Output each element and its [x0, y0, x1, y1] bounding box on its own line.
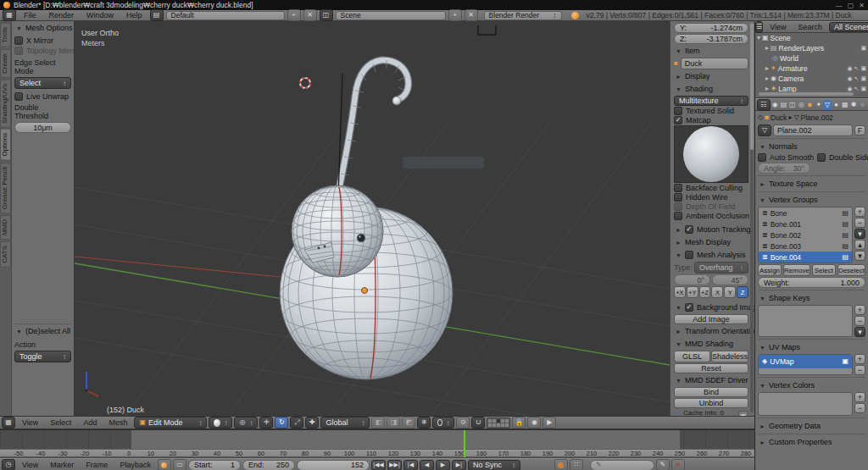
expander-icon[interactable] [16, 24, 22, 32]
menu-mesh[interactable]: Mesh [103, 418, 132, 427]
render-engine-select[interactable]: Blender Render↕ [484, 11, 562, 20]
lock-icon[interactable]: ▤ [842, 232, 849, 239]
vertex-groups-panel-header[interactable]: Vertex Groups [758, 194, 865, 206]
double-sided-checkbox[interactable]: Double Sided [817, 153, 868, 162]
vertex-group-row[interactable]: ≣Bone▤ [759, 207, 852, 218]
datablock-name-field[interactable]: Plane.002 [773, 124, 853, 136]
mesh-display-panel-header[interactable]: Mesh Display [674, 236, 748, 248]
mesh-options-panel-header[interactable]: Mesh Options [14, 22, 71, 34]
textured-solid-checkbox[interactable]: Textured Solid [674, 107, 748, 115]
layer-dot[interactable] [488, 419, 492, 423]
remove-shape-key-button[interactable]: − [854, 316, 865, 326]
transform-y-slider[interactable]: Y:-1.274cm [674, 23, 748, 33]
geometry-data-panel-header[interactable]: Geometry Data [758, 420, 865, 432]
lock-icon[interactable]: ▤ [842, 254, 849, 261]
layer-dot[interactable] [501, 423, 504, 427]
expander-icon[interactable] [676, 303, 682, 312]
tab-scene[interactable]: ◫ [788, 100, 796, 110]
mode-dropdown[interactable]: ▣Edit Mode [134, 417, 207, 429]
axis-plus-y-button[interactable]: +Y [687, 286, 698, 298]
editor-type-selector[interactable]: ◷ [2, 459, 15, 470]
vertex-group-row[interactable]: ≣Bone.001▤ [759, 218, 852, 229]
backface-culling-checkbox[interactable]: Backface Culling [674, 184, 748, 192]
expander-icon[interactable] [676, 72, 682, 80]
expander-icon[interactable]: ▸ [765, 75, 769, 82]
expander-icon[interactable] [676, 340, 682, 348]
remove-vertex-color-button[interactable]: − [854, 403, 865, 413]
outliner-row-world[interactable]: ◎ World [755, 53, 868, 64]
x-mirror-checkbox[interactable]: X Mirror [14, 36, 71, 45]
axis-plus-z-button[interactable]: +Z [699, 286, 711, 298]
mmd-shading-panel-header[interactable]: MMD Shading [674, 338, 748, 350]
move-group-down-button[interactable]: ▾ [854, 251, 865, 261]
eye-icon[interactable]: ◉ [847, 86, 852, 92]
shape-key-specials-menu[interactable]: ▾ [854, 327, 865, 337]
shadeless-button[interactable]: Shadeless [711, 351, 748, 362]
expander-icon[interactable] [676, 376, 682, 384]
mesh-analysis-panel-header[interactable]: Mesh Analysis [674, 249, 748, 261]
snap-target-icon[interactable]: ⊙ [456, 417, 470, 429]
tab-object-data[interactable]: ▽ [823, 100, 831, 110]
insert-keyframe-button[interactable]: ✎ [656, 459, 670, 470]
timeline-body[interactable] [0, 430, 754, 449]
breadcrumb-object[interactable]: Duck [771, 113, 787, 122]
frame-end-field[interactable]: End:250 [242, 460, 295, 470]
deselect-all-panel-header[interactable]: (De)select All [14, 325, 71, 337]
prev-keyframe-button[interactable]: |◀ [403, 460, 418, 470]
scene-field[interactable]: Scene [336, 11, 446, 20]
expander-icon[interactable]: ▸ [765, 45, 769, 52]
motion-tracking-panel-header[interactable]: Motion Tracking [674, 224, 748, 235]
transform-orientation-dropdown[interactable]: Global [320, 417, 370, 429]
matcap-checkbox[interactable]: Matcap [674, 116, 748, 124]
custom-properties-panel-header[interactable]: Custom Properties [758, 436, 865, 448]
background-images-panel-header[interactable]: Background Images [674, 301, 748, 313]
vertex-group-row[interactable]: ≣Bone.003▤ [759, 241, 852, 252]
add-image-button[interactable]: Add Image [674, 314, 748, 324]
glsl-button[interactable]: GLSL [674, 351, 710, 362]
next-keyframe-button[interactable]: ▶| [452, 460, 466, 470]
tab-options[interactable]: Options [0, 129, 11, 161]
menu-file[interactable]: File [19, 11, 42, 19]
topology-mirror-checkbox[interactable]: Topology Mirror [14, 47, 71, 55]
expander-icon[interactable] [760, 142, 765, 151]
menu-playback[interactable]: Playback [114, 461, 156, 469]
layers-widget[interactable] [487, 417, 510, 429]
outliner-hscrollbar[interactable] [759, 92, 854, 96]
add-scene-button[interactable]: + [448, 9, 462, 21]
reset-button[interactable]: Reset [674, 363, 748, 373]
vertex-colors-panel-header[interactable]: Vertex Colors [758, 379, 865, 391]
eye-icon[interactable]: ◉ [847, 65, 852, 72]
pivot-dropdown[interactable]: ◎ [234, 417, 258, 429]
editor-type-selector[interactable]: ▦ [3, 9, 16, 21]
expander-icon[interactable]: ▾ [757, 35, 760, 41]
expander-icon[interactable] [760, 438, 765, 446]
npanel-scrollbar[interactable] [750, 23, 754, 412]
tab-world[interactable]: ◎ [797, 100, 804, 110]
hidden-wire-checkbox[interactable]: Hidden Wire [674, 193, 748, 202]
angle-min-field[interactable]: 0° [674, 274, 710, 285]
add-vertex-color-button[interactable]: + [854, 392, 865, 402]
jump-to-end-button[interactable]: ▶▶| [387, 460, 402, 470]
bind-button[interactable]: Bind [674, 387, 748, 397]
menu-select[interactable]: Select [45, 418, 76, 427]
outliner-row-camera[interactable]: ▸ ◉ Camera ◉↖▣ [755, 74, 868, 84]
preview-range-icon[interactable] [158, 459, 171, 470]
matcap-preview[interactable] [674, 125, 748, 183]
menu-help[interactable]: Help [121, 11, 147, 19]
auto-smooth-angle-slider[interactable]: Angle:30° [758, 163, 810, 174]
lock-icon[interactable]: ▤ [842, 243, 849, 250]
lock-range-icon[interactable]: ▭ [173, 459, 186, 470]
expander-icon[interactable] [676, 47, 682, 55]
layer-dot[interactable] [505, 419, 509, 423]
layer-dot-active[interactable] [497, 419, 500, 423]
scenes-filter-dropdown[interactable]: All Scenes [829, 22, 868, 32]
double-threshold-slider[interactable]: 10μm [14, 122, 71, 133]
delete-keyframe-button[interactable]: ✕ [671, 459, 685, 470]
menu-render[interactable]: Render [44, 11, 80, 19]
layer-visibility-icon[interactable]: ◧ [371, 417, 385, 429]
vertex-group-specials-menu[interactable]: ▾ [854, 229, 865, 239]
viewport-3d[interactable]: User Ortho Meters (152) Duck [75, 21, 670, 416]
tab-cats[interactable]: CATS [0, 241, 11, 268]
maximize-icon[interactable]: ▢ [848, 2, 854, 9]
texture-space-panel-header[interactable]: Texture Space [758, 178, 865, 190]
